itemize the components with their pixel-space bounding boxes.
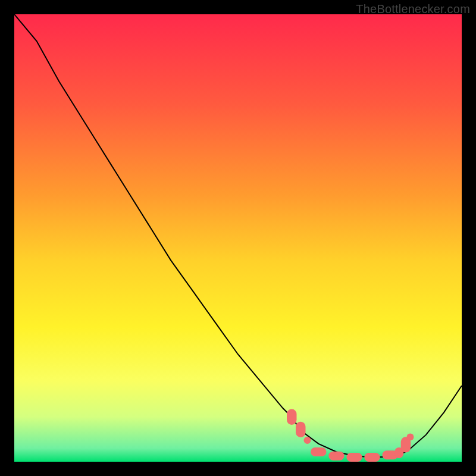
trough-marker	[304, 437, 311, 444]
gradient-background	[14, 14, 462, 462]
trough-marker	[328, 452, 344, 461]
plot-svg	[14, 14, 462, 462]
trough-marker	[287, 409, 297, 425]
chart-frame	[14, 14, 462, 462]
watermark-text: TheBottlenecker.com	[356, 2, 470, 16]
trough-marker	[364, 453, 380, 462]
trough-marker	[311, 447, 326, 456]
trough-marker	[346, 453, 362, 462]
trough-marker	[407, 434, 414, 441]
trough-marker	[296, 422, 306, 437]
